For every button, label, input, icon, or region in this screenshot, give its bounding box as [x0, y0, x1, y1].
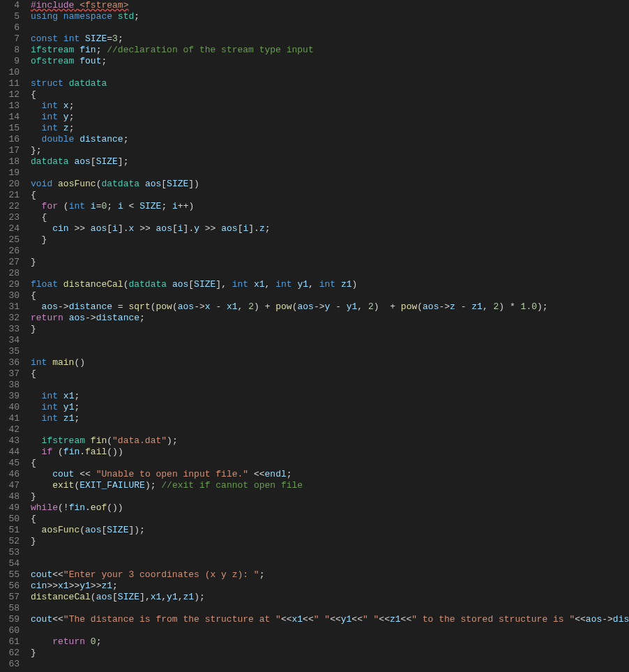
line-number: 14	[0, 112, 20, 123]
code-line[interactable]: }	[31, 536, 629, 547]
line-number: 16	[0, 134, 20, 145]
code-line[interactable]: int y1;	[31, 402, 629, 413]
line-number: 53	[0, 547, 20, 558]
code-line[interactable]: int z;	[31, 123, 629, 134]
line-number: 61	[0, 636, 20, 648]
line-number: 4	[0, 0, 20, 11]
line-number: 47	[0, 480, 20, 491]
code-line[interactable]: #include <fstream>	[31, 0, 629, 11]
line-number: 17	[0, 145, 20, 156]
code-line[interactable]: double distance;	[31, 134, 629, 145]
line-number: 33	[0, 324, 20, 335]
code-line[interactable]: }	[31, 257, 629, 268]
code-line[interactable]: {	[31, 514, 629, 525]
code-line[interactable]	[31, 67, 629, 78]
code-line[interactable]: ifstream fin; //declaration of the strea…	[31, 45, 629, 56]
code-line[interactable]: }	[31, 234, 629, 246]
line-number: 36	[0, 357, 20, 368]
code-line[interactable]	[31, 380, 629, 391]
code-line[interactable]: aos->distance = sqrt(pow(aos->x - x1, 2)…	[31, 301, 629, 313]
code-line[interactable]: cout<<"Enter your 3 coordinates (x y z):…	[31, 569, 629, 581]
line-number: 6	[0, 22, 20, 33]
line-number: 41	[0, 413, 20, 424]
code-line[interactable]	[31, 246, 629, 257]
line-number: 15	[0, 123, 20, 134]
code-line[interactable]: ifstream fin("data.dat");	[31, 435, 629, 447]
line-number: 37	[0, 368, 20, 380]
code-line[interactable]: int y;	[31, 112, 629, 123]
code-line[interactable]	[31, 547, 629, 558]
code-line[interactable]: int x1;	[31, 391, 629, 402]
line-number: 50	[0, 514, 20, 525]
line-number: 35	[0, 346, 20, 357]
line-number: 27	[0, 257, 20, 268]
line-number: 60	[0, 625, 20, 636]
code-line[interactable]	[31, 625, 629, 636]
code-line[interactable]: {	[31, 458, 629, 469]
code-line[interactable]: {	[31, 89, 629, 100]
code-line[interactable]: aosFunc(aos[SIZE]);	[31, 525, 629, 536]
line-number: 54	[0, 558, 20, 569]
code-line[interactable]: exit(EXIT_FAILURE); //exit if cannot ope…	[31, 480, 629, 491]
code-line[interactable]: return 0;	[31, 636, 629, 648]
code-editor[interactable]: 4567891011121314151617181920212223242526…	[0, 0, 629, 672]
code-line[interactable]: ofstream fout;	[31, 56, 629, 67]
code-line[interactable]: void aosFunc(datdata aos[SIZE])	[31, 179, 629, 190]
line-number: 58	[0, 603, 20, 614]
code-line[interactable]: }	[31, 648, 629, 659]
line-number: 30	[0, 290, 20, 301]
code-line[interactable]: {	[31, 368, 629, 380]
line-number: 44	[0, 447, 20, 458]
code-line[interactable]: cout<<"The distance is from the structur…	[31, 614, 629, 625]
code-line[interactable]	[31, 22, 629, 33]
code-line[interactable]: };	[31, 145, 629, 156]
code-line[interactable]	[31, 346, 629, 357]
code-line[interactable]: {	[31, 190, 629, 201]
line-number: 11	[0, 78, 20, 89]
code-line[interactable]	[31, 268, 629, 279]
code-line[interactable]: const int SIZE=3;	[31, 33, 629, 45]
code-line[interactable]: using namespace std;	[31, 11, 629, 22]
code-line[interactable]: float distanceCal(datdata aos[SIZE], int…	[31, 279, 629, 290]
code-line[interactable]: distanceCal(aos[SIZE],x1,y1,z1);	[31, 592, 629, 603]
code-line[interactable]: return aos->distance;	[31, 313, 629, 324]
code-area[interactable]: #include <fstream>using namespace std;co…	[26, 0, 629, 672]
line-number: 45	[0, 458, 20, 469]
code-line[interactable]: int main()	[31, 357, 629, 368]
code-line[interactable]: int x;	[31, 100, 629, 112]
line-number: 7	[0, 33, 20, 45]
code-line[interactable]	[31, 603, 629, 614]
code-line[interactable]: datdata aos[SIZE];	[31, 156, 629, 167]
code-line[interactable]: struct datdata	[31, 78, 629, 89]
line-number: 23	[0, 212, 20, 223]
code-line[interactable]	[31, 335, 629, 346]
line-number: 56	[0, 581, 20, 592]
code-line[interactable]: if (fin.fail())	[31, 447, 629, 458]
line-number: 34	[0, 335, 20, 346]
line-number: 9	[0, 56, 20, 67]
line-number: 55	[0, 569, 20, 581]
code-line[interactable]: cout << "Unable to open input file." <<e…	[31, 469, 629, 480]
code-line[interactable]: for (int i=0; i < SIZE; i++)	[31, 201, 629, 212]
code-line[interactable]: cin>>x1>>y1>>z1;	[31, 581, 629, 592]
code-line[interactable]: {	[31, 212, 629, 223]
code-line[interactable]: }	[31, 324, 629, 335]
code-line[interactable]	[31, 167, 629, 179]
line-number: 31	[0, 301, 20, 313]
line-number: 63	[0, 659, 20, 670]
line-number: 40	[0, 402, 20, 413]
code-line[interactable]: cin >> aos[i].x >> aos[i].y >> aos[i].z;	[31, 223, 629, 234]
line-number: 19	[0, 167, 20, 179]
code-line[interactable]	[31, 424, 629, 435]
line-number: 59	[0, 614, 20, 625]
line-number: 57	[0, 592, 20, 603]
code-line[interactable]: int z1;	[31, 413, 629, 424]
line-number: 5	[0, 11, 20, 22]
code-line[interactable]: {	[31, 290, 629, 301]
code-line[interactable]: }	[31, 491, 629, 502]
code-line[interactable]: while(!fin.eof())	[31, 502, 629, 514]
line-number: 51	[0, 525, 20, 536]
line-number: 12	[0, 89, 20, 100]
code-line[interactable]	[31, 558, 629, 569]
code-line[interactable]	[31, 659, 629, 670]
